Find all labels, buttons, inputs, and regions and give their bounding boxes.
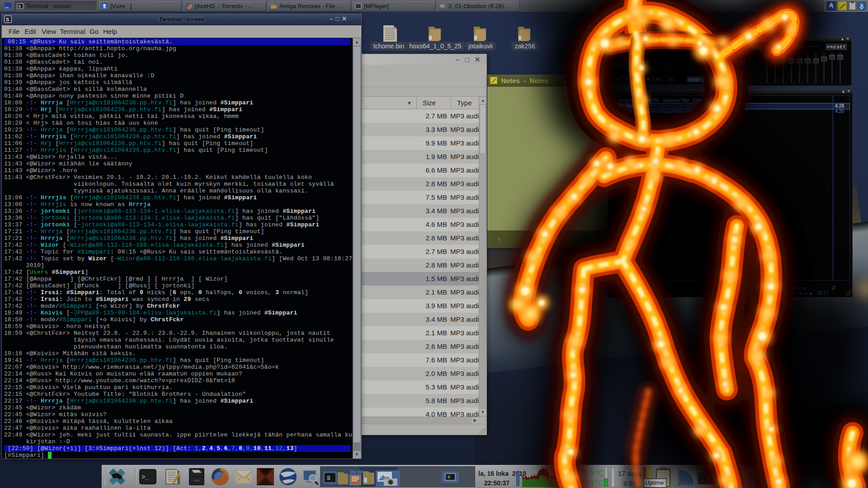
svg-text:S: S [18, 4, 21, 9]
svg-text:S: S [327, 475, 330, 481]
svg-text:S: S [448, 475, 450, 479]
svg-text:>_: >_ [142, 473, 149, 480]
